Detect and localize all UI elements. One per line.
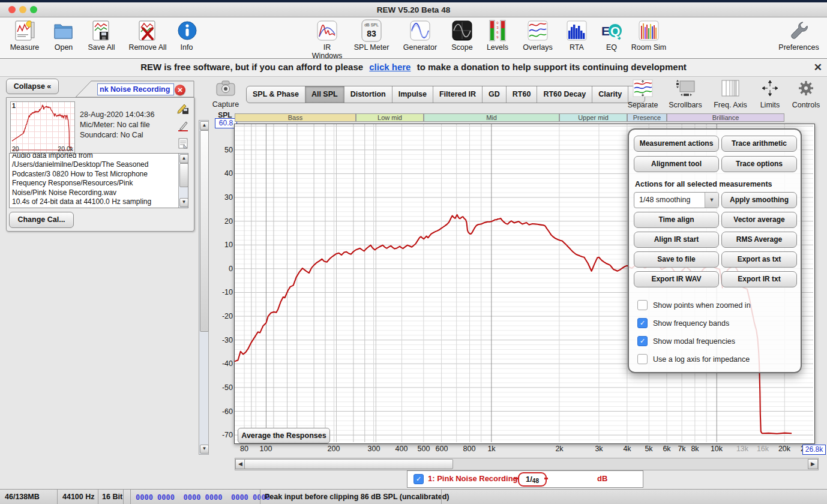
x-tick-label: 5k: [645, 445, 652, 453]
notes-icon[interactable]: [177, 137, 189, 149]
show-points-when-zoomed-in-checkbox-row[interactable]: Show points when zoomed in: [637, 300, 751, 310]
tab-rt60-decay[interactable]: RT60 Decay: [537, 86, 592, 103]
vector-average-button[interactable]: Vector average: [721, 212, 797, 228]
ir-windows-button[interactable]: IR Windows: [307, 19, 347, 60]
scroll-right-icon[interactable]: ▶: [808, 459, 818, 469]
scrollbars-button[interactable]: Scrollbars: [664, 79, 707, 109]
measurement-actions-button[interactable]: Measurement actions: [634, 136, 719, 152]
tab-filtered-ir[interactable]: Filtered IR: [433, 86, 483, 103]
rta-button[interactable]: RTA: [563, 19, 591, 52]
change-cal-button[interactable]: Change Cal...: [9, 212, 74, 228]
scroll-up-icon[interactable]: ▲: [200, 121, 209, 130]
measurement-list-scrollbar[interactable]: ▲ ▼: [199, 120, 209, 455]
donate-link[interactable]: click here: [369, 62, 410, 72]
capture-button[interactable]: Capture: [211, 80, 240, 109]
preferences-button[interactable]: Preferences: [777, 19, 821, 52]
tab-impulse[interactable]: Impulse: [392, 86, 433, 103]
tool-label: Scrollbars: [664, 101, 707, 109]
tab-rt60[interactable]: RT60: [507, 86, 538, 103]
average-responses-button[interactable]: Average the Responses: [238, 428, 330, 443]
y-tick-label: -70: [211, 431, 233, 439]
measurement-thumbnail-chart: 1 20 20.0k: [10, 101, 75, 153]
room-sim-icon: [637, 19, 661, 43]
alignment-tool-button[interactable]: Alignment tool: [634, 156, 719, 172]
levels-button[interactable]: 0369 Levels: [484, 19, 511, 52]
measurement-index: 1: [12, 102, 16, 109]
graph-horizontal-scrollbar[interactable]: ◀ ▶: [235, 458, 819, 470]
measurement-soundcard-cal: Soundcard: No Cal: [80, 130, 176, 140]
trace-style-icon[interactable]: [177, 121, 189, 133]
eq-button[interactable]: EQ EQ: [599, 19, 624, 52]
scroll-down-icon[interactable]: ▼: [200, 445, 209, 454]
overlays-button[interactable]: Overlays: [519, 19, 557, 52]
checkbox-unchecked-icon[interactable]: [637, 300, 648, 310]
show-modal-frequencies-checkbox-row[interactable]: ✓Show modal frequencies: [637, 336, 735, 346]
show-frequency-bands-checkbox-row[interactable]: ✓Show frequency bands: [637, 318, 729, 328]
edit-save-icon[interactable]: [177, 103, 189, 115]
measurement-list-scrollbar-thumb[interactable]: [200, 130, 209, 332]
x-tick-label: 1k: [487, 445, 495, 453]
svg-text:E: E: [601, 24, 610, 38]
measurement-date: 28-Aug-2020 14:04:36: [80, 110, 176, 120]
x-tick-label: 200: [328, 445, 340, 453]
trace-visibility-checkbox[interactable]: ✓: [413, 474, 424, 484]
use-a-log-axis-for-impedance-checkbox-row[interactable]: Use a log axis for impedance: [637, 354, 750, 364]
checkbox-checked-icon[interactable]: ✓: [637, 318, 648, 328]
rms-average-button[interactable]: RMS Average: [721, 232, 797, 248]
measure-button[interactable]: Measure: [6, 19, 43, 52]
export-as-txt-button[interactable]: Export as txt: [721, 251, 797, 268]
generator-button[interactable]: Generator: [401, 19, 439, 52]
x-axis-right-limit[interactable]: 26.8k: [802, 445, 826, 455]
align-ir-start-button[interactable]: Align IR start: [634, 232, 719, 248]
save-to-file-button[interactable]: Save to file: [634, 251, 719, 268]
tab-spl-phase[interactable]: SPL & Phase: [247, 86, 305, 103]
trace-arithmetic-button[interactable]: Trace arithmetic: [721, 136, 797, 152]
measurement-name-input[interactable]: [97, 83, 174, 95]
notes-line: Audio data imported from: [12, 153, 175, 160]
measurement-card[interactable]: 1 20 20.0k 28-Aug-2020 14:04:36 Mic/Mete…: [6, 97, 194, 232]
notes-scrollbar-thumb[interactable]: [179, 163, 188, 187]
checkbox-unchecked-icon[interactable]: [637, 354, 648, 364]
tab-all-spl[interactable]: All SPL: [305, 86, 344, 103]
trace-options-button[interactable]: Trace options: [721, 156, 797, 172]
save-all-button[interactable]: Save All: [84, 19, 119, 52]
controls-button[interactable]: Controls: [787, 79, 825, 109]
export-ir-txt-button[interactable]: Export IR txt: [721, 271, 797, 287]
collapse-sidebar-button[interactable]: Collapse «: [6, 79, 59, 94]
tab-gd[interactable]: GD: [483, 86, 507, 103]
spl-meter-button[interactable]: dB SPL83 SPL Meter: [353, 19, 390, 52]
measurement-notes-box[interactable]: Audio data imported from/Users/danielmil…: [9, 153, 188, 208]
time-align-button[interactable]: Time align: [634, 212, 719, 228]
save-all-icon: [89, 19, 113, 43]
separate-traces-button[interactable]: Separate: [624, 79, 661, 109]
y-tick-label: -20: [211, 312, 233, 320]
scroll-down-icon[interactable]: ▼: [179, 198, 188, 207]
smoothing-badge[interactable]: 1/48: [518, 472, 547, 487]
measure-icon: [13, 19, 37, 43]
banner-close-icon[interactable]: ✕: [814, 61, 822, 74]
remove-measurement-icon[interactable]: ✕: [175, 85, 185, 95]
apply-smoothing-button[interactable]: Apply smoothing: [721, 192, 797, 208]
tab-clarity[interactable]: Clarity: [592, 86, 628, 103]
trace-name[interactable]: 1: Pink Noise Recording: [428, 474, 518, 483]
scroll-up-icon[interactable]: ▲: [179, 154, 188, 163]
y-tick-label: 40: [211, 169, 233, 178]
x-tick-label: 100: [260, 445, 272, 453]
room-sim-button[interactable]: Room Sim: [630, 19, 667, 52]
graph-scrollbar-thumb[interactable]: [244, 459, 453, 469]
scope-button[interactable]: Scope: [448, 19, 477, 52]
export-ir-wav-button[interactable]: Export IR WAV: [634, 271, 719, 287]
toolbar-label: Measure: [6, 43, 43, 52]
checkbox-checked-icon[interactable]: ✓: [637, 336, 648, 346]
measurement-mic-cal: Mic/Meter: No cal file: [80, 120, 176, 130]
limits-button[interactable]: Limits: [755, 79, 785, 109]
notes-scrollbar[interactable]: ▲ ▼: [178, 154, 188, 208]
x-tick-label: 80: [240, 445, 248, 453]
open-button[interactable]: Open: [48, 19, 79, 52]
smoothing-select[interactable]: 1/48 smoothing ▼: [634, 192, 719, 208]
info-button[interactable]: Info: [175, 19, 198, 52]
freq-axis-button[interactable]: Freq. Axis: [712, 79, 749, 109]
toolbar-label: Remove All: [125, 43, 170, 52]
tab-distortion[interactable]: Distortion: [344, 86, 392, 103]
remove-all-button[interactable]: Remove All: [125, 19, 170, 52]
